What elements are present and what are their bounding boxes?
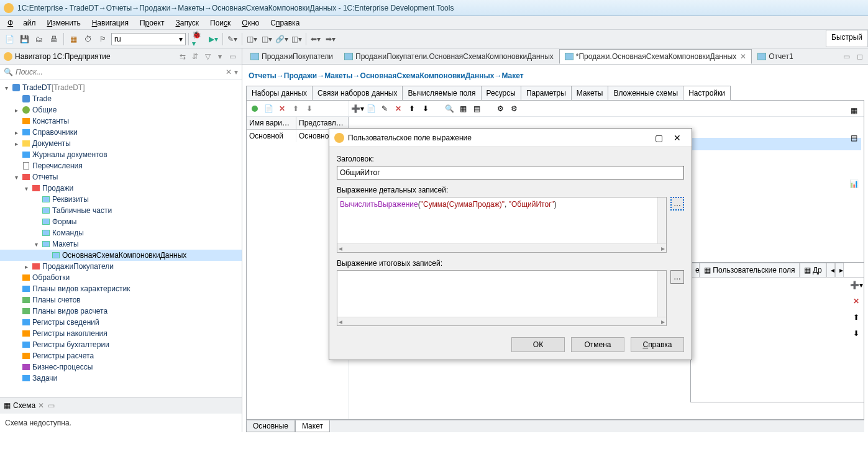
menu-edit[interactable]: Изменить xyxy=(42,17,86,29)
dialog-close-icon[interactable]: ✕ xyxy=(668,130,687,145)
subtab-calc[interactable]: Вычисляемые поля xyxy=(402,86,481,100)
tb-wand[interactable]: ✎▾ xyxy=(226,32,239,46)
tb-g1[interactable]: ◫▾ xyxy=(245,32,258,46)
tree-item[interactable]: Реквизиты xyxy=(0,194,242,205)
add-icon[interactable] xyxy=(249,103,260,114)
tree-item[interactable]: ▾Макеты xyxy=(0,238,242,250)
st-t3-icon[interactable]: ▤ xyxy=(471,103,482,114)
tree-item[interactable]: Регистры накопления xyxy=(0,328,242,339)
tree-item[interactable]: ОсновнаяСхемаКомпоновкиДанных xyxy=(0,250,242,261)
ok-button[interactable]: ОК xyxy=(511,337,565,352)
tree-item[interactable]: Табличные части xyxy=(0,205,242,216)
prop-add-icon[interactable]: ➕▾ xyxy=(850,279,862,291)
prop-del-icon[interactable]: ✕ xyxy=(850,295,862,307)
tb-new[interactable]: 📄 xyxy=(2,32,16,46)
copy-icon[interactable]: 📄 xyxy=(263,103,274,114)
tree-item[interactable]: ▸ПродажиПокупатели xyxy=(0,261,242,272)
schema-min-icon[interactable]: ▭ xyxy=(45,400,57,411)
nav-link-icon[interactable]: ⇵ xyxy=(190,51,201,62)
st-up-icon[interactable]: ⬆ xyxy=(406,103,418,114)
detail-expression-input[interactable]: ВычислитьВыражение("Сумма(СуммаПродаж)",… xyxy=(337,197,667,253)
tb-fwd[interactable]: ➡▾ xyxy=(324,32,337,46)
tb-g2[interactable]: ◫▾ xyxy=(260,32,273,46)
subtab-links[interactable]: Связи наборов данных xyxy=(312,86,403,100)
tree-item[interactable]: Регистры бухгалтерии xyxy=(0,339,242,350)
st-edit-icon[interactable]: ✎ xyxy=(379,103,390,114)
menu-search[interactable]: Поиск xyxy=(205,17,235,29)
subtab-nested[interactable]: Вложенные схемы xyxy=(608,86,683,100)
tree-item[interactable]: ▸Документы xyxy=(0,138,242,149)
search-input[interactable] xyxy=(16,68,223,76)
col-repr[interactable]: Представле... xyxy=(296,117,349,129)
prop-up-icon[interactable]: ⬆ xyxy=(850,311,862,324)
schema-close-icon[interactable]: ✕ xyxy=(38,401,44,410)
tree-item[interactable]: Trade xyxy=(0,93,242,104)
tree-item[interactable]: Планы счетов xyxy=(0,294,242,306)
detail-ellipsis-button[interactable]: … xyxy=(670,197,684,211)
lang-combo[interactable]: ru▾ xyxy=(111,33,186,45)
tb-print[interactable]: 🖶 xyxy=(47,32,61,46)
menu-help[interactable]: Справка xyxy=(265,17,304,29)
st-del-icon[interactable]: ✕ xyxy=(393,103,404,114)
delete-icon[interactable]: ✕ xyxy=(276,103,288,114)
side-grid-icon[interactable]: ▤ xyxy=(847,132,860,144)
prop-tab-userfields[interactable]: ▦ Пользовательские поля xyxy=(700,263,800,277)
tab-prod-schema[interactable]: *Продажи.ОсновнаяСхемаКомпоновкиДанных✕ xyxy=(559,49,752,64)
st-copy-icon[interactable]: 📄 xyxy=(365,103,377,114)
tree-item[interactable]: Планы видов расчета xyxy=(0,306,242,317)
st-t4-icon[interactable]: ⚙ xyxy=(495,103,506,114)
tree-item[interactable]: Регистры расчета xyxy=(0,350,242,361)
help-button[interactable]: Справка xyxy=(631,337,684,352)
nav-menu-icon[interactable]: ▾ xyxy=(214,51,226,62)
menu-nav[interactable]: Навигация xyxy=(87,17,134,29)
prop-scroll-left[interactable]: ◂ xyxy=(826,263,835,277)
subtab-settings[interactable]: Настройки xyxy=(683,86,731,100)
dialog-max-icon[interactable]: ▢ xyxy=(649,130,668,145)
tree-item[interactable]: ▾Отчеты xyxy=(0,171,242,183)
total-expression-input[interactable]: ◂▸ xyxy=(337,270,667,326)
tab-report1[interactable]: Отчет1 xyxy=(752,49,799,64)
tb-run2[interactable]: ⏱ xyxy=(81,32,95,46)
search-clear-icon[interactable]: ✕ xyxy=(226,68,232,76)
tb-saveall[interactable]: 🗂 xyxy=(32,32,46,46)
bottom-tab-layout[interactable]: Макет xyxy=(295,420,330,432)
tb-back[interactable]: ⬅▾ xyxy=(309,32,322,46)
nav-filter-icon[interactable]: ▽ xyxy=(202,51,213,62)
prop-tab-other[interactable]: ▦ Др xyxy=(800,263,826,277)
subtab-params[interactable]: Параметры xyxy=(521,86,572,100)
tree-item[interactable]: ▾Продажи xyxy=(0,183,242,194)
tree-item[interactable]: ▸Общие xyxy=(0,104,242,116)
navigator-tree[interactable]: ▾TradeDT [TradeDT]Trade▸ОбщиеКонстанты▸С… xyxy=(0,79,242,397)
tab-prodpok[interactable]: ПродажиПокупатели xyxy=(245,49,339,64)
menu-file[interactable]: Файл xyxy=(2,17,41,29)
nav-collapse-icon[interactable]: ⇆ xyxy=(177,51,188,62)
tree-item[interactable]: Бизнес-процессы xyxy=(0,361,242,373)
cancel-button[interactable]: Отмена xyxy=(571,337,624,352)
menu-project[interactable]: Проект xyxy=(135,17,170,29)
tb-play[interactable]: ▶▾ xyxy=(206,32,220,46)
side-report-icon[interactable]: 📊 xyxy=(847,178,860,190)
tab-prodpok-schema[interactable]: ПродажиПокупатели.ОсновнаяСхемаКомпоновк… xyxy=(339,49,559,64)
subtab-datasets[interactable]: Наборы данных xyxy=(246,86,313,100)
tb-link[interactable]: 🔗▾ xyxy=(275,32,288,46)
prop-down-icon[interactable]: ⬇ xyxy=(850,327,862,340)
up-icon[interactable]: ⬆ xyxy=(290,103,301,114)
side-table-icon[interactable]: ▦ xyxy=(847,104,860,117)
menu-run[interactable]: Запуск xyxy=(171,17,204,29)
dialog-titlebar[interactable]: Пользовательское поле выражение ▢ ✕ xyxy=(329,129,692,147)
bottom-tab-main[interactable]: Основные xyxy=(246,420,295,432)
tb-g3[interactable]: ◫▾ xyxy=(290,32,303,46)
tb-save[interactable]: 💾 xyxy=(17,32,31,46)
down-icon[interactable]: ⬇ xyxy=(304,103,315,114)
tree-item[interactable]: ▸Справочники xyxy=(0,127,242,138)
search-menu-icon[interactable]: ▾ xyxy=(234,68,238,76)
editor-max-icon[interactable]: ◻ xyxy=(854,51,866,62)
tb-flag[interactable]: 🏳 xyxy=(96,32,110,46)
prop-scroll-right[interactable]: ▸ xyxy=(835,263,844,277)
tree-item[interactable]: Задачи xyxy=(0,373,242,384)
tree-item[interactable]: Перечисления xyxy=(0,160,242,171)
tree-item[interactable]: Обработки xyxy=(0,272,242,283)
subtab-res[interactable]: Ресурсы xyxy=(481,86,521,100)
title-input[interactable] xyxy=(337,166,684,179)
tree-item[interactable]: ▾TradeDT [TradeDT] xyxy=(0,82,242,93)
